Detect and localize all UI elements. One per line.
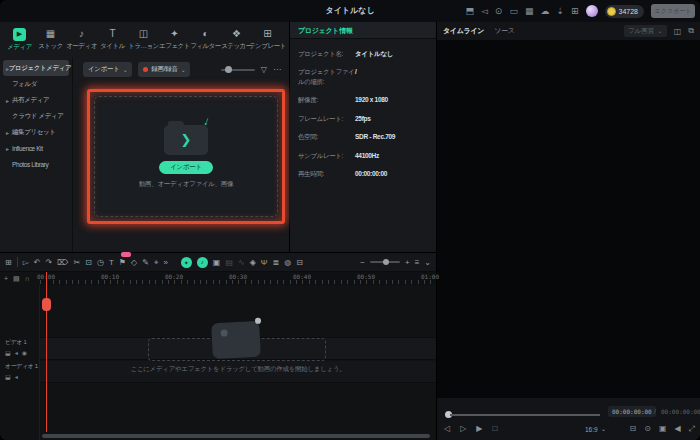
record-dropdown-button[interactable]: 録画/録音 ⌄: [138, 62, 190, 77]
step-forward-icon[interactable]: ▷: [460, 424, 466, 433]
stop-icon[interactable]: □: [492, 424, 497, 433]
sidebar-item-project-media[interactable]: ▸ プロジェクトメディア: [3, 60, 69, 76]
import-dropzone-highlighted[interactable]: ↓ ❯ インポート 動画、オーディオファイル、画像: [87, 89, 285, 224]
credits-badge[interactable]: 34728: [605, 5, 644, 18]
display-icon[interactable]: ▭: [509, 4, 518, 18]
audio-mixer-icon[interactable]: ≣: [273, 253, 280, 272]
pip-view-icon[interactable]: ⧉: [688, 26, 694, 36]
download-icon[interactable]: ⇣: [556, 4, 564, 18]
sidebar-item-influence-kit[interactable]: ▸ Influence Kit: [3, 140, 69, 156]
film-tool-icon[interactable]: ▤: [225, 253, 233, 272]
fullscreen-icon[interactable]: ⤢: [689, 424, 695, 434]
tab-title[interactable]: T タイトル: [97, 22, 128, 57]
tab-stock[interactable]: ▦ ストック: [35, 22, 66, 57]
pen-tool-icon[interactable]: ✎: [142, 253, 149, 272]
slider-knob[interactable]: [383, 259, 389, 265]
mute-icon[interactable]: ◂: [15, 373, 18, 380]
apps-icon[interactable]: ⊞: [571, 4, 579, 18]
lock-icon[interactable]: ⬓: [5, 349, 11, 356]
tab-audio[interactable]: ♪ オーディオ: [66, 22, 97, 57]
info-row-resolution: 解像度: 1920 x 1080: [298, 95, 428, 104]
seek-bar[interactable]: [450, 414, 600, 416]
tab-effect[interactable]: ✦ エフェクト: [159, 22, 190, 57]
zoom-tool-icon[interactable]: ⌖: [154, 253, 159, 272]
mute-icon[interactable]: ◂: [15, 349, 18, 356]
speaker-icon[interactable]: ◀: [674, 424, 680, 434]
more-options-icon[interactable]: ⋯: [273, 65, 281, 74]
tab-media[interactable]: ▶ メディア: [4, 22, 35, 57]
screen-record-icon[interactable]: ⊙: [495, 4, 503, 18]
track-height-icon[interactable]: ≡: [415, 253, 420, 272]
ai-audio-icon[interactable]: ♪: [197, 257, 208, 268]
voice-changer-icon[interactable]: ◍: [284, 253, 291, 272]
tab-transition[interactable]: ◫ トラ…ョン: [128, 22, 159, 57]
avatar[interactable]: [586, 5, 598, 17]
chevron-down-icon[interactable]: ⌄: [424, 253, 431, 272]
filter-tab-icon: ◐: [202, 28, 208, 40]
video-preview-area[interactable]: [437, 40, 700, 398]
camera-icon[interactable]: ▣: [659, 424, 667, 434]
tab-sticker[interactable]: ❖ ステッカー: [221, 22, 252, 57]
add-track-icon[interactable]: +: [4, 275, 8, 282]
snapshot-icon[interactable]: ⊙: [644, 424, 651, 434]
dual-view-icon[interactable]: ◫: [674, 27, 682, 36]
crop-icon[interactable]: ⊡: [85, 253, 92, 272]
sidebar-item-cloud-media[interactable]: クラウド メディア: [3, 108, 69, 124]
subtitle-icon[interactable]: ⊟: [296, 253, 303, 272]
ai-copilot-icon[interactable]: ✦: [181, 257, 192, 268]
filter-funnel-icon[interactable]: ▽: [261, 65, 267, 74]
speed-icon[interactable]: ◷: [97, 253, 104, 272]
cloud-icon[interactable]: ☁: [540, 4, 549, 18]
eye-icon[interactable]: ◉: [22, 349, 27, 356]
import-dropdown-button[interactable]: インポート ⌄: [83, 62, 132, 77]
pointer-tool-icon[interactable]: ▻: [23, 253, 29, 272]
more-tools-icon[interactable]: »: [163, 253, 167, 272]
split-icon[interactable]: ✂: [74, 253, 81, 272]
sidebar-item-presets[interactable]: ▸ 編集プリセット: [3, 124, 69, 140]
text-tool-icon[interactable]: T: [109, 253, 114, 272]
current-timecode[interactable]: 00:00:00:00: [608, 406, 656, 417]
playhead-handle[interactable]: [42, 298, 51, 311]
lock-icon[interactable]: ⬓: [5, 373, 11, 380]
timeline-zoom-slider[interactable]: [370, 261, 400, 263]
timeline-ruler[interactable]: 00:00 00:10 00:20 00:30 00:40 00:50 01:0…: [40, 272, 436, 285]
sidebar-item-folder[interactable]: フォルダ: [3, 76, 69, 92]
redo-icon[interactable]: ↷: [46, 253, 53, 272]
film-icon[interactable]: ▤: [13, 275, 20, 283]
player-header: タイムライン ソース フル画質 ⌄ ◫ ⧉: [437, 22, 700, 40]
keyframe-icon[interactable]: ◇: [131, 253, 137, 272]
undo-icon[interactable]: ↶: [34, 253, 41, 272]
media-library-icon[interactable]: ▦: [525, 4, 534, 18]
aspect-ratio-dropdown[interactable]: 16:9 ⌄: [585, 425, 606, 433]
audio-wave-icon[interactable]: ∿: [238, 253, 245, 272]
export-button[interactable]: エクスポート: [651, 4, 695, 18]
slider-knob[interactable]: [225, 66, 232, 73]
tab-source-preview[interactable]: ソース: [494, 26, 514, 36]
voiceover-mic-icon[interactable]: Ψ: [261, 253, 268, 272]
magnet-icon[interactable]: ∩: [25, 275, 30, 282]
play-icon[interactable]: ▶: [476, 424, 482, 433]
render-preview-icon[interactable]: ⊟: [629, 424, 636, 434]
sidebar-item-shared-media[interactable]: ▸ 共有メディア: [3, 92, 69, 108]
quality-dropdown[interactable]: フル画質 ⌄: [624, 25, 667, 37]
import-button[interactable]: インポート: [159, 161, 213, 174]
media-browser-icon[interactable]: ⊞: [5, 253, 12, 272]
zoom-out-icon[interactable]: −: [360, 253, 365, 272]
mask-tool-icon[interactable]: ◈: [250, 253, 256, 272]
share-icon[interactable]: ◅: [481, 4, 488, 18]
playhead[interactable]: [46, 272, 47, 432]
sidebar-item-photos-library[interactable]: Photos Library: [3, 156, 69, 172]
thumbnail-size-slider[interactable]: [221, 69, 255, 71]
timeline-scrollbar[interactable]: [42, 434, 430, 438]
zoom-in-icon[interactable]: +: [405, 253, 410, 272]
dropzone-dashed-area[interactable]: ↓ ❯ インポート 動画、オーディオファイル、画像: [94, 96, 278, 217]
gift-icon[interactable]: ⬒: [465, 4, 474, 18]
tab-timeline-preview[interactable]: タイムライン: [443, 26, 484, 36]
camera-tool-icon[interactable]: ▣: [213, 253, 221, 272]
marker-icon[interactable]: ⚑: [119, 253, 126, 272]
tab-template[interactable]: ⊞ テンプレート: [252, 22, 283, 57]
tab-filter[interactable]: ◐ フィルター: [190, 22, 221, 57]
delete-icon[interactable]: ⌦: [57, 253, 68, 272]
filmora-chevron-icon: ❯: [164, 132, 208, 147]
step-back-icon[interactable]: ◁: [444, 424, 450, 433]
